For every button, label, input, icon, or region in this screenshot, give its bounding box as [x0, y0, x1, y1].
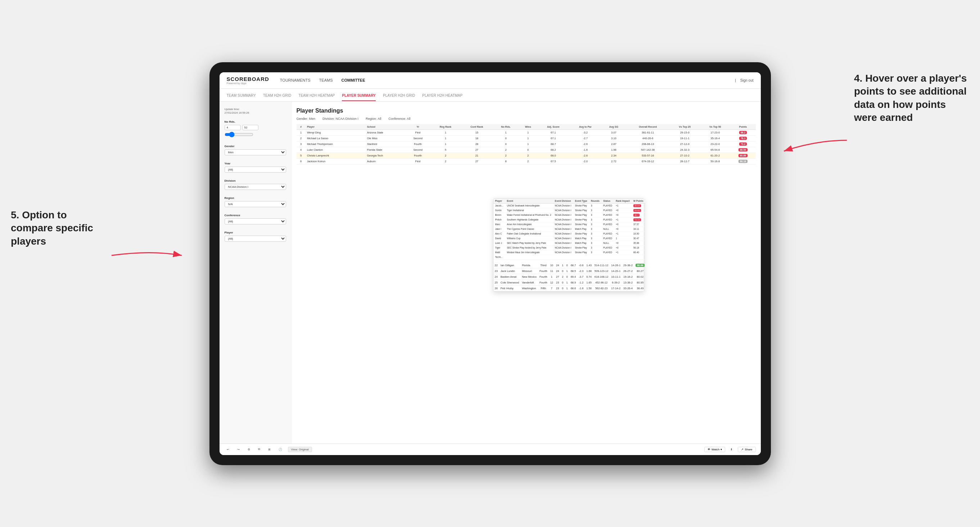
cell-adj: 67.1 — [537, 135, 570, 141]
settings-button[interactable]: ⚙ — [245, 447, 252, 452]
cell-conf: 21 — [461, 152, 493, 158]
popup-col-type: Event Type — [573, 198, 589, 203]
table-row: 25 Cole Sherwood Vanderbilt Fourth 12 23… — [493, 279, 646, 285]
share-icon: ↗ — [741, 448, 743, 451]
share-button[interactable]: ↗ Share — [738, 447, 756, 452]
col-num: # — [297, 124, 305, 130]
popup-row: Marc Amer Am Intercollegiate NCAA Divisi… — [493, 222, 645, 227]
cell-vs25: 19-11-1 — [670, 135, 700, 141]
grid-button[interactable]: ⊞ — [266, 447, 273, 452]
no-rds-min-input[interactable] — [224, 125, 241, 130]
cell-rds: 8 — [493, 158, 519, 164]
division-select[interactable]: NCAA Division I — [224, 184, 286, 190]
popup-row: Techt... — [493, 255, 645, 259]
download-button[interactable]: ⬇ — [728, 447, 735, 452]
cell-yr: Fourth — [405, 141, 430, 147]
table-row: 4 Luke Clanton Florida State Second 5 27… — [297, 147, 756, 152]
cell-points[interactable]: 80.89 — [730, 152, 756, 158]
sidebar-update-time: Update time: 27/01/2024 16:56:26 — [224, 108, 286, 115]
nav-links: TOURNAMENTS TEAMS COMMITTEE — [280, 77, 735, 83]
sub-nav-team-h2h-grid[interactable]: TEAM H2H GRID — [263, 94, 291, 101]
sub-nav-player-summary[interactable]: PLAYER SUMMARY — [342, 94, 376, 101]
sidebar-conference: Conference (All) — [224, 214, 286, 226]
cell-conf: 27 — [461, 147, 493, 152]
conference-select[interactable]: (All) — [224, 218, 286, 224]
region-select[interactable]: N/A — [224, 201, 286, 207]
copy-button[interactable]: ⧉ — [256, 447, 262, 452]
cell-vs50: 50-16-8 — [700, 158, 730, 164]
cell-vs25: 27-10-2 — [670, 152, 700, 158]
popup-row: Brenn Wake Forest Invitational at Pinehu… — [493, 213, 645, 217]
filter-division: Division: NCAA Division I — [323, 117, 358, 121]
cell-player: Luke Clanton — [305, 147, 366, 152]
no-rds-max-input[interactable] — [242, 125, 258, 130]
popup-row: David Williams Cup NCAA Division I Match… — [493, 236, 645, 241]
sign-out-link[interactable]: Sign out — [740, 78, 754, 83]
sidebar-year: Year (All) — [224, 162, 286, 174]
col-vs50: Vs Top 50 — [700, 124, 730, 130]
watch-button[interactable]: 👁 Watch ▾ — [704, 447, 725, 452]
cell-reg: 2 — [430, 152, 461, 158]
cell-points[interactable]: 76.3 — [730, 135, 756, 141]
cell-record: 674-33-12 — [626, 158, 670, 164]
year-select[interactable]: (All) — [224, 167, 286, 173]
popup-col-rounds: Rounds — [589, 198, 601, 203]
tablet-shell: SCOREBOARD Powered by clippi TOURNAMENTS… — [210, 62, 771, 465]
filter-region: Region: All — [366, 117, 381, 121]
cell-points[interactable]: 73.2 — [730, 141, 756, 147]
filter-conference: Conference: All — [388, 117, 410, 121]
nav-link-tournaments[interactable]: TOURNAMENTS — [280, 77, 310, 83]
sub-nav: TEAM SUMMARY TEAM H2H GRID TEAM H2H HEAT… — [220, 89, 761, 102]
sidebar-region: Region N/A — [224, 197, 286, 209]
table-row: 3 Michael Thorbjornsen Stanford Fourth 1… — [297, 141, 756, 147]
no-rds-slider[interactable] — [224, 132, 253, 137]
sub-nav-player-h2h-grid[interactable]: PLAYER H2H GRID — [383, 94, 415, 101]
cell-wins: 1 — [519, 130, 537, 135]
popup-col-div: Event Division — [553, 198, 573, 203]
sub-nav-team-summary[interactable]: TEAM SUMMARY — [227, 94, 256, 101]
cell-player: Michael La Sasso — [305, 135, 366, 141]
table-row: 24 Bastien Amat New Mexico Fourth 1 27 2… — [493, 274, 646, 279]
popup-row: Gordo Tiger Invitational NCAA Division I… — [493, 208, 645, 213]
col-reg-rank: Reg Rank — [430, 124, 461, 130]
popup-col-event: Event — [505, 198, 553, 203]
cell-wins: 1 — [519, 141, 537, 147]
redo-button[interactable]: ↪ — [235, 447, 242, 452]
cell-yr: Second — [405, 135, 430, 141]
cell-points[interactable]: 68.18 — [730, 158, 756, 164]
cell-conf: 27 — [461, 158, 493, 164]
nav-link-committee[interactable]: COMMITTEE — [342, 77, 365, 83]
popup-col-player: Player — [493, 198, 505, 203]
gender-select[interactable]: Men Women — [224, 149, 286, 156]
table-row: 1 Wenyi Ding Arizona State First 1 15 1 … — [297, 130, 756, 135]
cell-sg: 3.07 — [601, 130, 626, 135]
cell-points[interactable]: 88.2 — [730, 130, 756, 135]
cell-yr: First — [405, 130, 430, 135]
cell-rds: 0 — [493, 141, 519, 147]
player-select[interactable]: (All) — [224, 236, 286, 242]
sub-nav-team-h2h-heatmap[interactable]: TEAM H2H HEATMAP — [298, 94, 335, 101]
view-button[interactable]: View: Original — [288, 447, 312, 452]
cell-school: Georgia Tech — [366, 152, 406, 158]
undo-button[interactable]: ↩ — [224, 447, 231, 452]
sub-nav-player-h2h-heatmap[interactable]: PLAYER H2H HEATMAP — [422, 94, 463, 101]
arrow-right-icon — [780, 137, 852, 158]
cell-sg: 2.87 — [601, 141, 626, 147]
cell-num: 4 — [297, 147, 305, 152]
popup-row: Jake I The Cypress Point Classic NCAA Di… — [493, 227, 645, 231]
logo-area: SCOREBOARD Powered by clippi — [227, 76, 269, 84]
cell-adj: 68.0 — [537, 152, 570, 158]
watch-label: Watch — [711, 448, 719, 451]
clock-button[interactable]: 🕐 — [277, 447, 284, 452]
no-rds-label: No Rds. — [224, 120, 286, 124]
points-popup: Player Event Event Division Event Type R… — [493, 198, 644, 292]
table-row: 26 Petr Hruby Washington Fifth 7 23 0 1 … — [493, 285, 646, 291]
col-school: School — [366, 124, 406, 130]
top-nav: SCOREBOARD Powered by clippi TOURNAMENTS… — [220, 72, 761, 89]
nav-link-teams[interactable]: TEAMS — [319, 77, 333, 83]
col-adj-score: Adj. Score — [537, 124, 570, 130]
logo-title: SCOREBOARD — [227, 76, 269, 82]
cell-reg: 2 — [430, 158, 461, 164]
cell-points[interactable]: 88.94 — [730, 147, 756, 152]
cell-wins: 2 — [519, 158, 537, 164]
